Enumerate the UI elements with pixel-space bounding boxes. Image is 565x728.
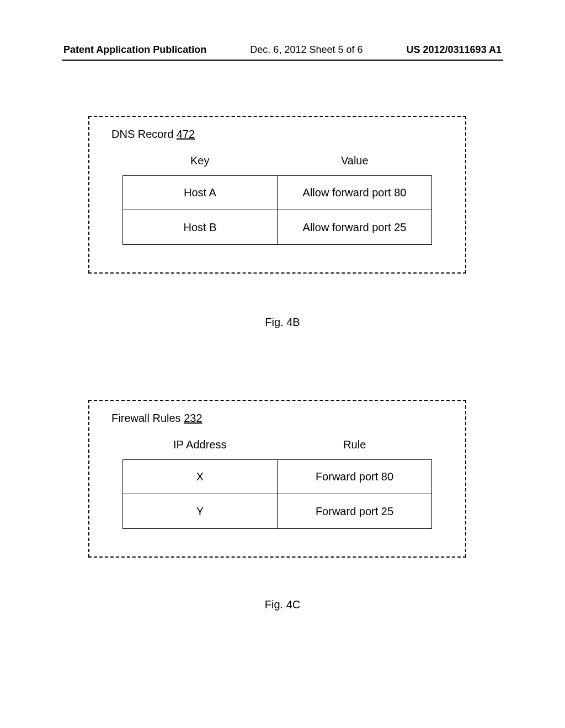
header-divider (62, 60, 503, 61)
cell-rule: Forward port 25 (278, 494, 431, 528)
table-body: Host A Allow forward port 80 Host B Allo… (122, 175, 432, 245)
table-headers: IP Address Rule (122, 438, 432, 451)
cell-rule: Forward port 80 (278, 460, 431, 494)
table-row: Host A Allow forward port 80 (123, 176, 431, 210)
cell-key: Host A (123, 176, 278, 210)
patent-header: Patent Application Publication Dec. 6, 2… (0, 44, 565, 56)
firewall-rules-table: IP Address Rule X Forward port 80 Y Forw… (122, 438, 432, 529)
table-headers: Key Value (122, 154, 432, 167)
table-row: X Forward port 80 (123, 460, 431, 494)
table-row: Host B Allow forward port 25 (123, 210, 431, 244)
firewall-rules-title-number: 232 (184, 412, 202, 424)
cell-value: Allow forward port 25 (278, 210, 431, 244)
dns-record-title: DNS Record 472 (111, 128, 449, 141)
figure-caption-4c: Fig. 4C (0, 598, 565, 611)
dns-record-title-number: 472 (177, 128, 195, 140)
cell-key: Host B (123, 210, 278, 244)
column-header-value: Value (278, 154, 433, 167)
column-header-key: Key (122, 154, 278, 167)
cell-ip: Y (123, 494, 278, 528)
column-header-rule: Rule (278, 438, 433, 451)
firewall-rules-box: Firewall Rules 232 IP Address Rule X For… (88, 400, 466, 558)
column-header-ip: IP Address (122, 438, 278, 451)
firewall-rules-title: Firewall Rules 232 (111, 412, 449, 425)
header-date-sheet: Dec. 6, 2012 Sheet 5 of 6 (250, 44, 363, 56)
header-publication-label: Patent Application Publication (63, 44, 206, 56)
table-row: Y Forward port 25 (123, 494, 431, 528)
dns-record-table: Key Value Host A Allow forward port 80 H… (122, 154, 432, 245)
firewall-rules-title-text: Firewall Rules (111, 412, 184, 424)
header-patent-number: US 2012/0311693 A1 (407, 44, 502, 56)
dns-record-title-text: DNS Record (111, 128, 177, 140)
table-body: X Forward port 80 Y Forward port 25 (122, 459, 432, 529)
dns-record-box: DNS Record 472 Key Value Host A Allow fo… (88, 116, 466, 274)
cell-ip: X (123, 460, 278, 494)
figure-caption-4b: Fig. 4B (0, 316, 565, 329)
cell-value: Allow forward port 80 (278, 176, 431, 210)
